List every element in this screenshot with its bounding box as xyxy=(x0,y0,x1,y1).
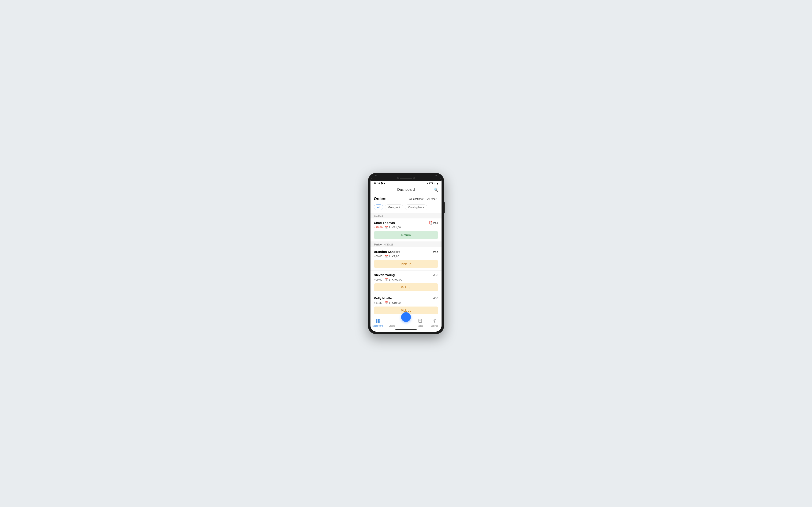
svg-rect-5 xyxy=(390,321,394,321)
order-time-brandon: ↑ 00:00 xyxy=(374,255,383,258)
notes-icon xyxy=(418,319,422,324)
lte-label: LTE xyxy=(429,182,433,185)
calendar-icon-kelly: 📅 xyxy=(385,301,388,304)
search-button[interactable]: 🔍 xyxy=(434,187,438,192)
orders-header: Orders All locations ▾ All time ▾ xyxy=(370,194,442,203)
calendar-icon-brandon: 📅 xyxy=(385,255,388,258)
date-separator-1: 6/13/22 xyxy=(370,213,442,218)
power-button xyxy=(444,203,445,213)
order-items-chad: 📅 3 xyxy=(385,226,390,229)
order-time-value-steven: 09:00 xyxy=(375,278,383,281)
order-meta-steven: ↑ 09:00 📅 2 €400,00 xyxy=(374,278,438,281)
home-bar xyxy=(395,329,417,330)
nav-label-orders: Orders xyxy=(389,325,395,327)
order-price-brandon: €9,80 xyxy=(392,255,399,258)
nav-label-dashboard: Dashboard xyxy=(372,325,383,327)
order-items-count-chad: 3 xyxy=(389,226,390,229)
svg-rect-4 xyxy=(390,320,394,320)
return-label-chad: Return xyxy=(401,233,411,237)
tab-coming-back[interactable]: Coming back xyxy=(405,205,427,210)
svg-rect-0 xyxy=(376,319,377,321)
calendar-icon-steven: 📅 xyxy=(385,278,388,281)
order-card-brandon: Brandon Sanders #56 ↑ 00:00 📅 1 €9,80 Pi… xyxy=(370,247,442,270)
order-number-kelly: #55 xyxy=(433,297,438,300)
tab-going-out[interactable]: Going out xyxy=(385,205,403,210)
nav-item-settings[interactable]: Settings xyxy=(427,319,442,327)
camera xyxy=(397,177,399,179)
tab-coming-back-label: Coming back xyxy=(408,206,424,209)
pickup-label-kelly: Pick up xyxy=(401,308,411,312)
filter-group: All locations ▾ All time ▾ xyxy=(408,197,438,201)
order-items-steven: 📅 2 xyxy=(385,278,390,281)
alert-icon-chad: ⏰ xyxy=(429,221,433,225)
today-label: Today xyxy=(374,243,382,246)
svg-point-11 xyxy=(434,320,435,322)
order-meta-kelly: ↑ 11:30 📅 1 €10,00 xyxy=(374,301,438,304)
return-button-chad[interactable]: Return xyxy=(374,231,438,239)
order-card-header-steven: Steven Young #50 xyxy=(374,273,438,277)
bottom-nav: + Dashboard xyxy=(370,317,442,328)
order-time-chad: ↓ 15:00 xyxy=(374,226,383,229)
status-time: 10:10 xyxy=(374,182,380,185)
status-right: ▲ LTE ▲ ▮ xyxy=(426,182,438,185)
order-number-brandon: #56 xyxy=(433,250,438,253)
today-separator: Today - 4/20/23 xyxy=(370,242,442,247)
calendar-icon-chad: 📅 xyxy=(385,226,388,229)
status-left: 10:10 🅐 ⊕ xyxy=(374,182,385,185)
status-icon-b: ⊕ xyxy=(384,182,385,185)
home-indicator xyxy=(370,328,442,332)
signal-icon: ▲ xyxy=(434,182,436,185)
order-card-chad: Chad Thomas ⏰ #41 ↓ 15:00 📅 3 €31 xyxy=(370,218,442,241)
order-number-steven: #50 xyxy=(433,273,438,277)
nav-item-notes[interactable]: Notes xyxy=(413,319,427,327)
phone-notch xyxy=(370,175,442,181)
down-arrow-icon: ↓ xyxy=(374,226,375,229)
top-bar: Dashboard 🔍 xyxy=(370,185,442,194)
nav-item-orders[interactable]: Orders xyxy=(385,319,399,327)
filter-tabs: All Going out Coming back xyxy=(370,203,442,213)
order-price-chad: €31,00 xyxy=(392,226,401,229)
order-card-header-kelly: Kelly Noelle #55 xyxy=(374,296,438,300)
order-price-steven: €400,00 xyxy=(392,278,402,281)
content-scroll[interactable]: Orders All locations ▾ All time ▾ All xyxy=(370,194,442,317)
chevron-down-icon-2: ▾ xyxy=(436,198,437,200)
tab-all[interactable]: All xyxy=(374,205,383,210)
battery-icon: ▮ xyxy=(437,182,438,185)
camera-2 xyxy=(413,177,415,179)
status-icon-a: 🅐 xyxy=(380,182,383,185)
up-arrow-icon-steven: ↑ xyxy=(374,278,375,281)
order-time-kelly: ↑ 11:30 xyxy=(374,301,383,304)
order-name-kelly: Kelly Noelle xyxy=(374,296,392,300)
order-card-header-brandon: Brandon Sanders #56 xyxy=(374,250,438,253)
order-meta-chad: ↓ 15:00 📅 3 €31,00 xyxy=(374,226,438,229)
dashboard-icon xyxy=(375,319,380,324)
order-card-header-chad: Chad Thomas ⏰ #41 xyxy=(374,221,438,225)
nav-item-dashboard[interactable]: Dashboard xyxy=(370,319,385,327)
time-filter-label: All time xyxy=(427,198,436,201)
page-title: Dashboard xyxy=(397,187,415,192)
order-name-brandon: Brandon Sanders xyxy=(374,250,400,253)
order-items-kelly: 📅 1 xyxy=(385,301,390,304)
pickup-button-steven[interactable]: Pick up xyxy=(374,283,438,291)
location-filter-label: All locations xyxy=(409,198,423,201)
date-label-1: 6/13/22 xyxy=(374,214,383,217)
order-items-count-brandon: 1 xyxy=(389,255,390,258)
fab-plus-icon: + xyxy=(404,314,408,320)
order-time-value-brandon: 00:00 xyxy=(375,255,383,258)
new-order-fab-button[interactable]: + xyxy=(401,312,411,322)
pickup-label-brandon: Pick up xyxy=(401,262,411,266)
order-name-chad: Chad Thomas xyxy=(374,221,395,225)
order-items-count-kelly: 1 xyxy=(389,301,390,304)
pickup-button-brandon[interactable]: Pick up xyxy=(374,260,438,268)
svg-rect-1 xyxy=(378,319,379,321)
location-filter-button[interactable]: All locations ▾ xyxy=(408,197,425,201)
order-time-value-kelly: 11:30 xyxy=(375,301,383,304)
orders-title: Orders xyxy=(374,197,386,201)
up-arrow-icon-brandon: ↑ xyxy=(374,255,375,258)
order-time-steven: ↑ 09:00 xyxy=(374,278,383,281)
nav-label-notes: Notes xyxy=(417,325,423,327)
time-filter-button[interactable]: All time ▾ xyxy=(426,197,438,201)
tab-all-label: All xyxy=(377,206,380,209)
svg-rect-6 xyxy=(390,322,393,322)
phone-screen: 10:10 🅐 ⊕ ▲ LTE ▲ ▮ Dashboard 🔍 Orders xyxy=(370,175,442,332)
